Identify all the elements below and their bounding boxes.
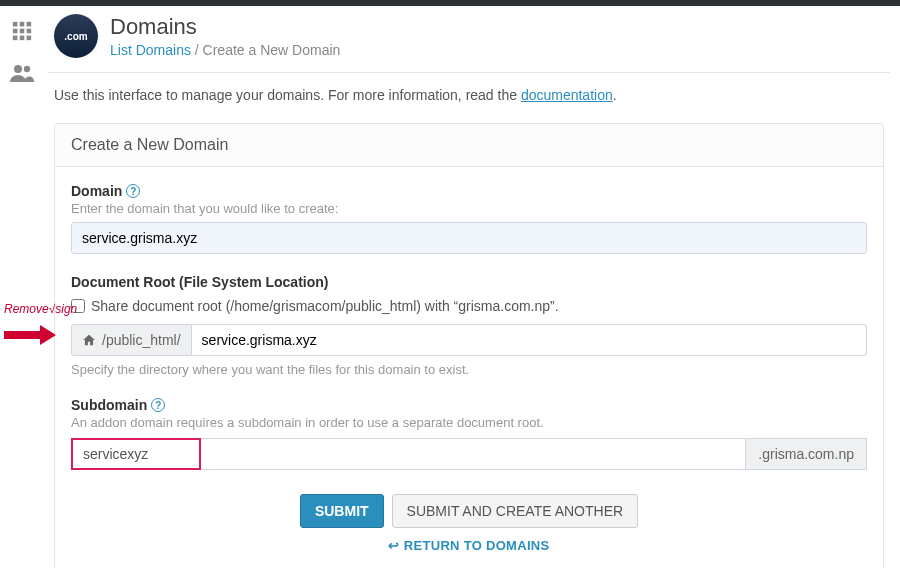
svg-rect-1 (20, 22, 25, 27)
submit-another-button[interactable]: SUBMIT AND CREATE ANOTHER (392, 494, 639, 528)
breadcrumb-current: Create a New Domain (203, 42, 341, 58)
svg-rect-2 (27, 22, 32, 27)
card-title: Create a New Domain (55, 124, 883, 167)
subdomain-spacer (201, 438, 746, 470)
domain-input[interactable] (71, 222, 867, 254)
svg-rect-5 (27, 29, 32, 34)
docroot-prefix: /public_html/ (71, 324, 192, 356)
subdomain-hint: An addon domain requires a subdomain in … (71, 415, 867, 430)
page-header: .com Domains List Domains / Create a New… (48, 6, 890, 73)
domain-hint: Enter the domain that you would like to … (71, 201, 867, 216)
sidebar (0, 6, 44, 568)
svg-rect-3 (13, 29, 18, 34)
page-title: Domains (110, 14, 340, 40)
breadcrumb-link[interactable]: List Domains (110, 42, 191, 58)
svg-rect-0 (13, 22, 18, 27)
form-actions: SUBMIT SUBMIT AND CREATE ANOTHER (71, 494, 867, 528)
subdomain-label: Subdomain (71, 397, 147, 413)
return-icon: ↩ (388, 538, 399, 553)
svg-rect-4 (20, 29, 25, 34)
create-domain-card: Create a New Domain Domain ? Enter the d… (54, 123, 884, 568)
breadcrumb: List Domains / Create a New Domain (110, 42, 340, 58)
submit-button[interactable]: SUBMIT (300, 494, 384, 528)
documentation-link[interactable]: documentation (521, 87, 613, 103)
return-link[interactable]: ↩ RETURN TO DOMAINS (71, 538, 867, 553)
intro-text: Use this interface to manage your domain… (48, 73, 890, 117)
docroot-hint: Specify the directory where you want the… (71, 362, 867, 377)
apps-icon[interactable] (11, 20, 33, 45)
docroot-group: Document Root (File System Location) Sha… (71, 274, 867, 377)
home-icon (82, 333, 96, 347)
help-icon[interactable]: ? (151, 398, 165, 412)
svg-rect-7 (20, 36, 25, 41)
svg-rect-8 (27, 36, 32, 41)
svg-rect-6 (13, 36, 18, 41)
subdomain-group: Subdomain ? An addon domain requires a s… (71, 397, 867, 470)
domain-label: Domain (71, 183, 122, 199)
users-icon[interactable] (9, 63, 35, 86)
page-icon: .com (54, 14, 98, 58)
subdomain-suffix: .grisma.com.np (746, 438, 867, 470)
domain-group: Domain ? Enter the domain that you would… (71, 183, 867, 254)
share-docroot-label: Share document root (/home/grismacom/pub… (91, 298, 559, 314)
docroot-label: Document Root (File System Location) (71, 274, 328, 290)
subdomain-input[interactable] (71, 438, 201, 470)
svg-point-10 (24, 66, 30, 72)
share-docroot-checkbox[interactable] (71, 299, 85, 313)
docroot-input[interactable] (192, 324, 867, 356)
svg-point-9 (14, 65, 22, 73)
help-icon[interactable]: ? (126, 184, 140, 198)
